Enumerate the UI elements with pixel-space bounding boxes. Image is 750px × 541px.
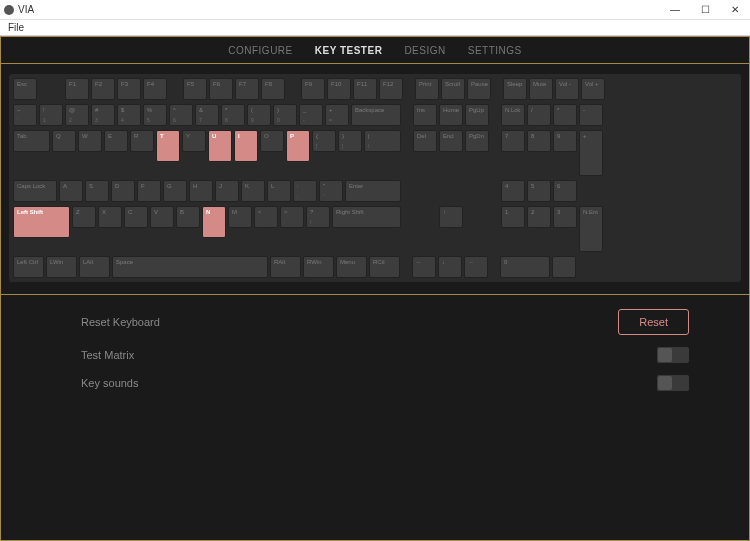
key-left-shift[interactable]: Left Shift	[13, 206, 70, 238]
key-w[interactable]: W	[78, 130, 102, 152]
tab-design[interactable]: DESIGN	[404, 45, 445, 56]
key-right[interactable]: →	[464, 256, 488, 278]
key-vol-up[interactable]: Vol +	[581, 78, 605, 100]
key-mute[interactable]: Mute	[529, 78, 553, 100]
key-i[interactable]: I	[234, 130, 258, 162]
key-lbracket[interactable]: {[	[312, 130, 336, 152]
key-0[interactable]: )0	[273, 104, 297, 126]
key-np2[interactable]: 2	[527, 206, 551, 228]
key-2[interactable]: @2	[65, 104, 89, 126]
key-right-win[interactable]: RWin	[303, 256, 334, 278]
key-np7[interactable]: 7	[501, 130, 525, 152]
key-rbracket[interactable]: }]	[338, 130, 362, 152]
key-f4[interactable]: F4	[143, 78, 167, 100]
key-np3[interactable]: 3	[553, 206, 577, 228]
key-f9[interactable]: F9	[301, 78, 325, 100]
key-np-plus[interactable]: +	[579, 130, 603, 176]
key-v[interactable]: V	[150, 206, 174, 228]
key-7[interactable]: &7	[195, 104, 219, 126]
key-u[interactable]: U	[208, 130, 232, 162]
key-d[interactable]: D	[111, 180, 135, 202]
key-np9[interactable]: 9	[553, 130, 577, 152]
key-left-ctrl[interactable]: Left Ctrl	[13, 256, 44, 278]
key-np6[interactable]: 6	[553, 180, 577, 202]
key-pgdn[interactable]: PgDn	[465, 130, 489, 152]
key-h[interactable]: H	[189, 180, 213, 202]
key-np-minus[interactable]: -	[579, 104, 603, 126]
reset-button[interactable]: Reset	[618, 309, 689, 335]
key-np8[interactable]: 8	[527, 130, 551, 152]
key-m[interactable]: M	[228, 206, 252, 228]
key-p[interactable]: P	[286, 130, 310, 162]
key-minus[interactable]: _-	[299, 104, 323, 126]
key-menu[interactable]: Menu	[336, 256, 367, 278]
key-f3[interactable]: F3	[117, 78, 141, 100]
tab-configure[interactable]: CONFIGURE	[228, 45, 293, 56]
key-np1[interactable]: 1	[501, 206, 525, 228]
tab-key-tester[interactable]: KEY TESTER	[315, 45, 383, 56]
key-up[interactable]: ↑	[439, 206, 463, 228]
key-4[interactable]: $4	[117, 104, 141, 126]
key-np-multiply[interactable]: *	[553, 104, 577, 126]
key-equals[interactable]: +=	[325, 104, 349, 126]
key-f[interactable]: F	[137, 180, 161, 202]
menu-file[interactable]: File	[4, 22, 28, 33]
key-esc[interactable]: Esc	[13, 78, 37, 100]
key-1[interactable]: !1	[39, 104, 63, 126]
key-end[interactable]: End	[439, 130, 463, 152]
key-np4[interactable]: 4	[501, 180, 525, 202]
minimize-button[interactable]: —	[660, 1, 690, 19]
key-left-win[interactable]: LWin	[46, 256, 77, 278]
key-8[interactable]: *8	[221, 104, 245, 126]
key-l[interactable]: L	[267, 180, 291, 202]
key-enter[interactable]: Enter	[345, 180, 401, 202]
key-o[interactable]: O	[260, 130, 284, 152]
key-n[interactable]: N	[202, 206, 226, 238]
key-y[interactable]: Y	[182, 130, 206, 152]
key-pause[interactable]: Pause	[467, 78, 491, 100]
key-scroll[interactable]: Scroll	[441, 78, 465, 100]
key-vol-down[interactable]: Vol -	[555, 78, 579, 100]
key-np-dot[interactable]: .	[552, 256, 576, 278]
key-b[interactable]: B	[176, 206, 200, 228]
key-semicolon[interactable]: :;	[293, 180, 317, 202]
key-a[interactable]: A	[59, 180, 83, 202]
key-period[interactable]: >.	[280, 206, 304, 228]
key-backspace[interactable]: Backspace	[351, 104, 401, 126]
key-slash[interactable]: ?/	[306, 206, 330, 228]
key-np0[interactable]: 0	[500, 256, 550, 278]
key-g[interactable]: G	[163, 180, 187, 202]
test-matrix-toggle[interactable]	[657, 347, 689, 363]
key-right-shift[interactable]: Right Shift	[332, 206, 401, 228]
key-left-alt[interactable]: LAlt	[79, 256, 110, 278]
key-s[interactable]: S	[85, 180, 109, 202]
key-sleep[interactable]: Sleep	[503, 78, 527, 100]
key-e[interactable]: E	[104, 130, 128, 152]
key-print[interactable]: Print	[415, 78, 439, 100]
key-ins[interactable]: Ins	[413, 104, 437, 126]
key-f2[interactable]: F2	[91, 78, 115, 100]
key-np5[interactable]: 5	[527, 180, 551, 202]
key-k[interactable]: K	[241, 180, 265, 202]
key-tab[interactable]: Tab	[13, 130, 50, 152]
key-pgup[interactable]: PgUp	[465, 104, 489, 126]
key-f12[interactable]: F12	[379, 78, 403, 100]
key-comma[interactable]: <,	[254, 206, 278, 228]
key-backtick[interactable]: ~`	[13, 104, 37, 126]
key-capslock[interactable]: Caps Lock	[13, 180, 57, 202]
key-f7[interactable]: F7	[235, 78, 259, 100]
key-f1[interactable]: F1	[65, 78, 89, 100]
key-j[interactable]: J	[215, 180, 239, 202]
key-f11[interactable]: F11	[353, 78, 377, 100]
close-button[interactable]: ✕	[720, 1, 750, 19]
key-f5[interactable]: F5	[183, 78, 207, 100]
key-r[interactable]: R	[130, 130, 154, 152]
key-f8[interactable]: F8	[261, 78, 285, 100]
key-3[interactable]: #3	[91, 104, 115, 126]
key-q[interactable]: Q	[52, 130, 76, 152]
key-np-divide[interactable]: /	[527, 104, 551, 126]
maximize-button[interactable]: ☐	[690, 1, 720, 19]
key-backslash[interactable]: |\	[364, 130, 401, 152]
key-del[interactable]: Del	[413, 130, 437, 152]
key-f6[interactable]: F6	[209, 78, 233, 100]
